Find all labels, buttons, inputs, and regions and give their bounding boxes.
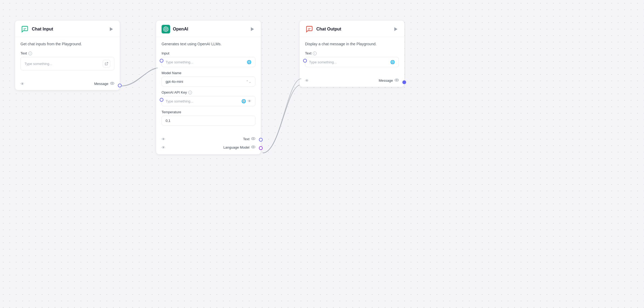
flow-canvas: Chat Input Get chat inputs from the Play… [0,0,644,308]
openai-apikey-globe-icon[interactable]: 🌐 [241,99,246,103]
chat-input-message-label: Message [94,82,108,86]
chat-output-footer: 👁 Message [300,75,404,87]
svg-marker-0 [110,27,113,31]
openai-lm-footer-right: Language Model [223,145,255,150]
chat-input-text-info-icon[interactable]: i [28,52,32,55]
openai-text-footer-left: 👁 [162,137,165,141]
openai-text-footer-right: Text [243,136,255,142]
chat-input-text-expand-icon[interactable] [103,60,110,67]
svg-point-1 [110,82,114,85]
openai-node: OpenAI Generates text using OpenAI LLMs.… [156,20,261,155]
openai-model-label: Model Name [162,71,255,75]
chat-output-footer-left: 👁 [305,78,309,83]
openai-title: OpenAI [173,27,188,32]
chat-output-visibility-icon[interactable]: 👁 [305,78,309,83]
chat-output-text-port[interactable] [303,59,307,63]
openai-play-button[interactable] [249,26,255,32]
openai-input-port[interactable] [160,59,163,63]
chat-input-text-label: Text i [20,51,114,55]
openai-input-field[interactable]: Type something... 🌐 [162,57,255,67]
openai-input-field-group: Input Type something... 🌐 [162,51,255,67]
chat-input-body: Get chat inputs from the Playground. Tex… [15,37,120,78]
openai-text-output-port[interactable] [259,138,263,142]
chat-output-body: Display a chat message in the Playground… [300,37,404,75]
openai-apikey-eye-icon[interactable]: 👁 [248,99,251,103]
openai-text-visibility-icon[interactable]: 👁 [162,137,165,141]
openai-lm-footer-left: 👁 [162,145,165,150]
chat-input-icon [20,25,29,33]
chat-input-message-eye-icon[interactable] [110,81,114,86]
chat-output-text-input[interactable]: Type something... 🌐 [305,57,399,67]
chat-input-footer: 👁 Message [15,78,120,90]
chat-output-message-port[interactable] [402,80,406,84]
chat-output-text-field-group: Text i Type something... 🌐 [305,51,399,67]
chat-input-play-button[interactable] [108,26,114,32]
openai-header: OpenAI [156,20,261,37]
openai-body: Generates text using OpenAI LLMs. Input … [156,37,261,134]
openai-apikey-icons: 🌐 👁 [241,99,251,103]
chat-input-title: Chat Input [32,27,53,32]
openai-header-left: OpenAI [162,25,188,33]
openai-lm-eye-icon[interactable] [251,145,255,150]
chat-input-node: Chat Input Get chat inputs from the Play… [15,20,120,90]
chat-output-footer-right: Message [379,78,399,83]
chat-output-message-eye-icon[interactable] [395,78,399,83]
chat-input-description: Get chat inputs from the Playground. [20,41,114,47]
openai-lm-output-label: Language Model [223,145,249,149]
svg-marker-8 [394,27,398,31]
openai-text-footer: 👁 Text [156,134,261,143]
chat-output-description: Display a chat message in the Playground… [305,41,399,47]
openai-text-output-label: Text [243,137,249,141]
openai-lm-visibility-icon[interactable]: 👁 [162,145,165,150]
chat-output-text-globe-icon[interactable]: 🌐 [390,60,395,64]
openai-temperature-input[interactable]: 0,1 [162,116,255,126]
svg-point-4 [251,138,255,140]
svg-point-6 [251,146,255,148]
openai-temperature-field-group: Temperature 0,1 [162,110,255,126]
chat-output-message-label: Message [379,78,393,83]
chat-output-text-label: Text i [305,51,399,55]
openai-lm-output-port[interactable] [259,146,263,150]
chat-output-play-button[interactable] [393,26,399,32]
openai-apikey-label: OpenAI API Key i [162,90,255,94]
chat-input-message-port[interactable] [118,84,122,87]
openai-apikey-field[interactable]: Type something... 🌐 👁 [162,96,255,106]
openai-apikey-field-group: OpenAI API Key i Type something... 🌐 👁 [162,90,255,106]
chat-input-footer-left: 👁 [20,82,24,86]
openai-description: Generates text using OpenAI LLMs. [162,41,255,47]
openai-lm-footer: 👁 Language Model [156,143,261,154]
svg-point-5 [253,138,254,139]
chat-input-text-field-group: Text i Type something... [20,51,114,70]
openai-apikey-info-icon[interactable]: i [188,91,192,94]
chat-output-icon [305,25,314,33]
chat-input-visibility-icon[interactable]: 👁 [20,82,24,86]
chat-output-node: Chat Output Display a chat message in th… [299,20,405,87]
chat-input-header: Chat Input [15,20,120,37]
svg-point-7 [253,146,254,148]
svg-point-9 [395,79,399,81]
openai-apikey-port[interactable] [160,98,163,102]
chat-input-text-input[interactable]: Type something... [20,57,114,70]
chat-output-header-left: Chat Output [305,25,341,33]
openai-input-label: Input [162,51,255,55]
chat-output-text-info-icon[interactable]: i [313,52,317,55]
openai-model-arrows-icon: ⌃⌄ [246,80,251,84]
openai-icon [162,25,170,33]
openai-model-select[interactable]: gpt-4o-mini ⌃⌄ [162,77,255,87]
openai-text-eye-icon[interactable] [251,136,255,142]
openai-model-field-group: Model Name gpt-4o-mini ⌃⌄ [162,71,255,87]
svg-point-2 [112,83,113,84]
svg-point-10 [396,80,397,81]
chat-output-header: Chat Output [300,20,404,37]
svg-marker-3 [251,27,254,31]
chat-input-header-left: Chat Input [20,25,53,33]
openai-temperature-label: Temperature [162,110,255,114]
chat-output-title: Chat Output [316,27,341,32]
openai-input-globe-icon[interactable]: 🌐 [247,60,251,64]
chat-input-footer-right: Message [94,81,114,86]
